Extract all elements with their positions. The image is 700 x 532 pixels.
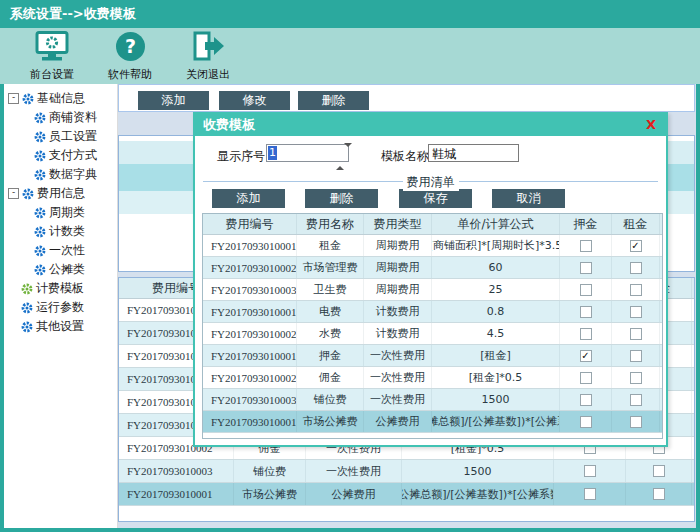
fee-type: 计数费用 xyxy=(364,301,432,322)
fee-type: 一次性费用 xyxy=(364,345,432,366)
close-exit-button[interactable]: 关闭退出 xyxy=(176,31,240,82)
spinner-down-icon[interactable] xyxy=(344,143,352,166)
fee-code: FY2017093010001 xyxy=(203,345,297,366)
deposit-checkbox[interactable] xyxy=(584,465,596,477)
sidebar-item-billing-template[interactable]: 计费模板 xyxy=(4,279,117,298)
dialog-delete-button[interactable]: 删除 xyxy=(305,189,378,208)
dialog-titlebar[interactable]: 收费模板 X xyxy=(195,114,666,136)
fee-code: FY2017093010003 xyxy=(119,460,234,482)
template-name-input[interactable]: 鞋城 xyxy=(428,144,519,162)
gear-icon xyxy=(34,245,46,257)
sidebar-item-staff-settings[interactable]: 员工设置 xyxy=(4,127,117,146)
exit-door-icon xyxy=(191,31,226,66)
question-mark-icon: ? xyxy=(115,31,146,66)
sidebar-item-count-type[interactable]: 计数类 xyxy=(4,222,117,241)
deposit-checkbox[interactable] xyxy=(580,416,592,428)
sidebar-item-period-type[interactable]: 周期类 xyxy=(4,203,117,222)
rent-checkbox[interactable] xyxy=(653,465,665,477)
fee-formula: 25 xyxy=(432,279,560,300)
sidebar-item-label: 一次性 xyxy=(49,242,85,259)
template-modify-button[interactable]: 修改 xyxy=(219,91,290,110)
dialog-close-icon[interactable]: X xyxy=(646,114,656,136)
sidebar-item-label: 公摊类 xyxy=(49,261,85,278)
gear-icon xyxy=(34,169,46,181)
sidebar-item-shop-data[interactable]: 商铺资料 xyxy=(4,108,117,127)
rent-checkbox[interactable] xyxy=(630,372,642,384)
sidebar-item-payment-method[interactable]: 支付方式 xyxy=(4,146,117,165)
col-header: 费用名称 xyxy=(297,214,364,234)
deposit-checkbox[interactable] xyxy=(580,262,592,274)
fee-code: FY2017093010003 xyxy=(203,279,297,300)
deposit-checkbox[interactable]: ✓ xyxy=(580,350,592,362)
deposit-checkbox[interactable] xyxy=(580,240,592,252)
deposit-checkbox[interactable] xyxy=(584,488,596,500)
template-add-button[interactable]: 添加 xyxy=(138,91,209,110)
sidebar-item-other-settings[interactable]: 其他设置 xyxy=(4,317,117,336)
table-row[interactable]: FY2017093010001 租金 周期费用 [商铺面积]*[周期时长]*3.… xyxy=(203,235,662,257)
rent-checkbox[interactable] xyxy=(630,262,642,274)
deposit-checkbox[interactable] xyxy=(580,284,592,296)
sidebar-item-data-dictionary[interactable]: 数据字典 xyxy=(4,165,117,184)
collapse-box-icon[interactable]: - xyxy=(8,188,19,199)
deposit-checkbox[interactable] xyxy=(580,394,592,406)
deposit-cell xyxy=(560,411,612,432)
dialog-save-button[interactable]: 保存 xyxy=(399,189,472,208)
rent-checkbox[interactable] xyxy=(630,284,642,296)
sidebar-item-shared-type[interactable]: 公摊类 xyxy=(4,260,117,279)
spinner-arrows[interactable] xyxy=(336,147,346,166)
rent-checkbox[interactable] xyxy=(630,306,642,318)
fee-formula: ([公摊总额]/[公摊基数])*[公摊系数] xyxy=(432,411,560,432)
dialog-cancel-button[interactable]: 取消 xyxy=(492,189,565,208)
spinner-up-icon[interactable] xyxy=(336,147,344,170)
rent-cell xyxy=(612,301,660,322)
sidebar-item-label: 基础信息 xyxy=(37,90,85,107)
rent-cell xyxy=(612,323,660,344)
window-title: 系统设置-->收费模板 xyxy=(0,0,700,28)
deposit-checkbox[interactable] xyxy=(580,306,592,318)
sidebar-item-fee-info[interactable]: - 费用信息 xyxy=(4,184,117,203)
rent-cell xyxy=(612,345,660,366)
fee-table-dialog: 费用编号 费用名称 费用类型 单价/计算公式 押金 租金 FY201709301… xyxy=(202,213,663,439)
table-row[interactable]: FY2017093010003 卫生费 周期费用 25 xyxy=(203,279,662,301)
deposit-checkbox[interactable] xyxy=(580,372,592,384)
table-row[interactable]: FY2017093010003 铺位费 一次性费用 1500 xyxy=(119,460,694,483)
rent-checkbox[interactable] xyxy=(630,416,642,428)
fee-code: FY2017093010002 xyxy=(203,367,297,388)
table-row[interactable]: FY2017093010001 电费 计数费用 0.8 xyxy=(203,301,662,323)
fee-type: 一次性费用 xyxy=(364,367,432,388)
fee-type: 周期费用 xyxy=(364,279,432,300)
fee-type: 公摊费用 xyxy=(364,411,432,432)
table-row[interactable]: FY2017093010002 佣金 一次性费用 [租金]*0.5 xyxy=(203,367,662,389)
table-row[interactable]: FY2017093010001 押金 一次性费用 [租金] ✓ xyxy=(203,345,662,367)
display-order-spinner[interactable]: 1 xyxy=(266,144,349,162)
col-header: 费用编号 xyxy=(203,214,297,234)
table-row[interactable]: FY2017093010002 水费 计数费用 4.5 xyxy=(203,323,662,345)
template-delete-button[interactable]: 删除 xyxy=(298,91,369,110)
software-help-button[interactable]: ? 软件帮助 xyxy=(98,31,162,82)
rent-checkbox[interactable] xyxy=(653,488,665,500)
rent-checkbox[interactable] xyxy=(630,394,642,406)
rent-checkbox[interactable]: ✓ xyxy=(630,240,642,252)
table-row-selected[interactable]: FY2017093010001 市场公摊费 公摊费用 ([公摊总额]/[公摊基数… xyxy=(119,483,694,506)
deposit-checkbox[interactable] xyxy=(580,328,592,340)
deposit-cell xyxy=(554,483,626,505)
deposit-cell xyxy=(560,301,612,322)
sidebar-item-runtime-params[interactable]: 运行参数 xyxy=(4,298,117,317)
table-row-selected[interactable]: FY2017093010001 市场公摊费 公摊费用 ([公摊总额]/[公摊基数… xyxy=(203,411,662,433)
sidebar-item-basic-info[interactable]: - 基础信息 xyxy=(4,89,117,108)
display-order-value: 1 xyxy=(268,146,277,160)
collapse-box-icon[interactable]: - xyxy=(8,93,19,104)
fee-formula: [商铺面积]*[周期时长]*3.5 xyxy=(432,235,560,256)
fee-code: FY2017093010002 xyxy=(203,257,297,278)
table-row[interactable]: FY2017093010002 市场管理费 周期费用 60 xyxy=(203,257,662,279)
rent-checkbox[interactable] xyxy=(630,328,642,340)
tool-label: 关闭退出 xyxy=(186,67,230,82)
sidebar-item-onetime-type[interactable]: 一次性 xyxy=(4,241,117,260)
frontdesk-settings-button[interactable]: 前台设置 xyxy=(20,31,84,82)
dialog-add-button[interactable]: 添加 xyxy=(212,189,285,208)
fee-formula: ([公摊总额]/[公摊基数])*[公摊系数] xyxy=(402,483,554,505)
rent-checkbox[interactable] xyxy=(630,350,642,362)
table-row[interactable]: FY2017093010003 铺位费 一次性费用 1500 xyxy=(203,389,662,411)
fee-type: 一次性费用 xyxy=(364,389,432,410)
fee-formula: [租金] xyxy=(432,345,560,366)
